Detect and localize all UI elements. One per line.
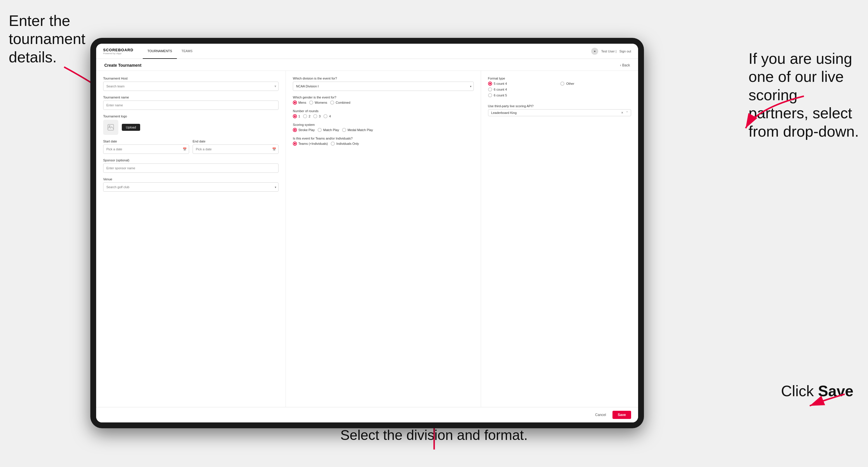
- teams-plus-individuals[interactable]: Teams (+Individuals): [293, 142, 328, 146]
- scoring-stroke-radio[interactable]: [293, 128, 297, 132]
- scoring-match-play[interactable]: Match Play: [318, 128, 339, 132]
- format-6count5[interactable]: 6 count 5: [488, 93, 559, 97]
- gender-womens-radio[interactable]: [309, 100, 313, 104]
- end-date-wrapper: 📅: [193, 145, 279, 154]
- format-other-radio[interactable]: [560, 82, 564, 86]
- teams-group: Is this event for Teams and/or Individua…: [293, 137, 474, 146]
- end-date-input[interactable]: [193, 145, 279, 154]
- division-label: Which division is the event for?: [293, 76, 474, 80]
- venue-input[interactable]: [103, 182, 279, 192]
- format-5count4[interactable]: 5 count 4: [488, 82, 559, 86]
- division-select-wrapper: NCAA Division I ▾: [293, 82, 474, 91]
- cancel-button[interactable]: Cancel: [592, 411, 610, 418]
- gender-group: Which gender is the event for? Mens Wome…: [293, 96, 474, 104]
- rounds-3[interactable]: 3: [313, 114, 320, 118]
- rounds-radio-group: 1 2 3 4: [293, 114, 474, 118]
- form-col-2: Which division is the event for? NCAA Di…: [286, 71, 481, 407]
- annotation-top-right: If you are using one of our live scoring…: [748, 50, 859, 141]
- individuals-radio[interactable]: [331, 142, 335, 146]
- scoring-match-radio[interactable]: [318, 128, 322, 132]
- form-col-3: Format type 5 count 4 Other: [481, 71, 638, 407]
- sponsor-group: Sponsor (optional): [103, 158, 279, 173]
- gender-combined[interactable]: Combined: [330, 100, 350, 104]
- start-date-label: Start date: [103, 139, 189, 143]
- nav-items: TOURNAMENTS TEAMS: [143, 44, 591, 59]
- rounds-label: Number of rounds: [293, 109, 474, 113]
- tournament-name-input[interactable]: [103, 100, 279, 110]
- sponsor-input[interactable]: [103, 163, 279, 173]
- rounds-1-label: 1: [298, 115, 300, 118]
- teams-radio[interactable]: [293, 142, 297, 146]
- gender-mens-radio[interactable]: [293, 100, 297, 104]
- gender-womens[interactable]: Womens: [309, 100, 327, 104]
- gender-womens-label: Womens: [315, 101, 327, 104]
- live-scoring-expand-icon[interactable]: ⌃: [626, 111, 628, 115]
- format-6count4-radio[interactable]: [488, 87, 492, 91]
- tournament-logo-label: Tournament logo: [103, 115, 279, 118]
- start-date-group: Start date 📅: [103, 139, 189, 154]
- rounds-group: Number of rounds 1 2: [293, 109, 474, 118]
- sponsor-label: Sponsor (optional): [103, 158, 279, 162]
- gender-mens[interactable]: Mens: [293, 100, 306, 104]
- signout-link[interactable]: Sign out: [619, 50, 631, 53]
- individuals-only[interactable]: Individuals Only: [331, 142, 359, 146]
- rounds-4[interactable]: 4: [323, 114, 331, 118]
- user-avatar: ●: [591, 48, 598, 55]
- format-6count4[interactable]: 6 count 4: [488, 87, 559, 91]
- upload-button[interactable]: Upload: [122, 124, 140, 131]
- back-button[interactable]: ‹ Back: [620, 63, 630, 67]
- gender-combined-radio[interactable]: [330, 100, 334, 104]
- format-other[interactable]: Other: [560, 82, 631, 86]
- logo-sub-text: Powered by clippi: [103, 52, 133, 55]
- tablet-device: SCOREBOARD Powered by clippi TOURNAMENTS…: [90, 38, 644, 428]
- teams-radio-group: Teams (+Individuals) Individuals Only: [293, 142, 474, 146]
- annotation-top-left: Enter the tournament details.: [9, 12, 90, 66]
- start-date-input[interactable]: [103, 145, 189, 154]
- live-scoring-group: Use third-party live scoring API? Leader…: [488, 104, 631, 116]
- tournament-host-input-wrapper: ▾: [103, 82, 279, 91]
- live-scoring-tag: Leaderboard King × ⌃: [488, 109, 631, 116]
- format-6count4-label: 6 count 4: [494, 88, 507, 91]
- format-6count5-radio[interactable]: [488, 93, 492, 97]
- rounds-2-label: 2: [309, 115, 310, 118]
- tournament-name-group: Tournament name: [103, 96, 279, 110]
- nav-item-tournaments[interactable]: TOURNAMENTS: [143, 44, 177, 59]
- scoring-stroke-play[interactable]: Stroke Play: [293, 128, 315, 132]
- form-col-1: Tournament Host ▾ Tournament name Tourna…: [96, 71, 286, 407]
- live-scoring-close-btn[interactable]: ×: [621, 111, 623, 115]
- scoring-label: Scoring system: [293, 123, 474, 126]
- format-type-label: Format type: [488, 76, 631, 80]
- venue-group: Venue ▾: [103, 178, 279, 192]
- rounds-1-radio[interactable]: [293, 114, 297, 118]
- format-5count4-label: 5 count 4: [494, 82, 507, 85]
- rounds-3-radio[interactable]: [313, 114, 317, 118]
- rounds-3-label: 3: [319, 115, 320, 118]
- save-button[interactable]: Save: [613, 411, 631, 419]
- division-select[interactable]: NCAA Division I: [293, 82, 474, 91]
- rounds-1[interactable]: 1: [293, 114, 300, 118]
- form-footer: Cancel Save: [96, 407, 638, 423]
- form-layout: Tournament Host ▾ Tournament name Tourna…: [96, 71, 638, 407]
- end-date-label: End date: [193, 139, 279, 143]
- rounds-2-radio[interactable]: [303, 114, 307, 118]
- nav-right: ● Test User | Sign out: [591, 48, 631, 55]
- navbar: SCOREBOARD Powered by clippi TOURNAMENTS…: [96, 44, 638, 59]
- scoring-radio-group: Stroke Play Match Play Medal Match Play: [293, 128, 474, 132]
- nav-item-teams[interactable]: TEAMS: [177, 44, 197, 59]
- format-5count4-radio[interactable]: [488, 82, 492, 86]
- format-6count5-label: 6 count 5: [494, 94, 507, 97]
- annotation-bottom-right: Click Save: [781, 382, 854, 400]
- search-icon: ▾: [275, 84, 276, 88]
- date-row: Start date 📅 End date 📅: [103, 139, 279, 154]
- scoring-medal-radio[interactable]: [342, 128, 346, 132]
- scoring-medal-match-play[interactable]: Medal Match Play: [342, 128, 373, 132]
- rounds-4-radio[interactable]: [323, 114, 328, 118]
- rounds-2[interactable]: 2: [303, 114, 310, 118]
- teams-label: Is this event for Teams and/or Individua…: [293, 137, 474, 140]
- nav-logo: SCOREBOARD Powered by clippi: [103, 48, 133, 55]
- scoring-match-label: Match Play: [323, 128, 339, 132]
- division-group: Which division is the event for? NCAA Di…: [293, 76, 474, 91]
- tournament-host-input[interactable]: [103, 82, 279, 91]
- tournament-name-label: Tournament name: [103, 96, 279, 99]
- scoring-stroke-label: Stroke Play: [298, 128, 315, 132]
